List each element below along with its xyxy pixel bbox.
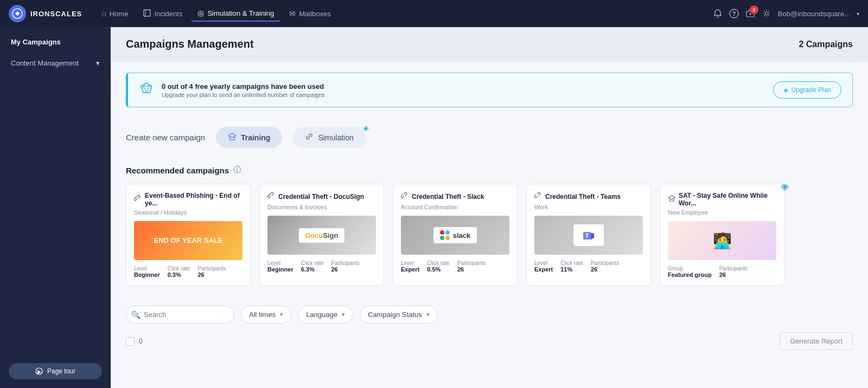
svg-text:▶: ▶	[37, 369, 41, 374]
card-stat-level: Level Beginner	[267, 260, 293, 273]
card-title: Event-Based Phishing - End of ye...	[145, 192, 242, 207]
banner-text: 0 out of 4 free yearly campaigns have be…	[162, 82, 325, 98]
sidebar-bottom: ▶ Page tour	[0, 354, 111, 388]
card-image-teams: T	[534, 216, 643, 255]
search-icon: 🔍	[131, 311, 141, 319]
mailboxes-icon: ✉	[289, 9, 296, 18]
select-all-checkbox-wrap: 0	[126, 337, 143, 346]
nav-item-simulation-training[interactable]: ◎ Simulation & Training	[191, 5, 280, 22]
help-button[interactable]: ?	[729, 9, 739, 18]
notification-bell-button[interactable]	[713, 9, 723, 18]
settings-button[interactable]	[762, 9, 771, 18]
campaign-count: 2 Campaigns	[799, 40, 853, 49]
content-area: 0 out of 4 free yearly campaigns have be…	[111, 62, 868, 361]
card-subtitle: Documents & Invoices	[267, 204, 376, 210]
campaign-card-slack[interactable]: Credential Theft - Slack Account Confirm…	[393, 184, 518, 286]
top-navigation: IRONSCALES ⌂ Home Incidents ◎ Simulation…	[0, 0, 868, 27]
campaign-status-filter[interactable]: Campaign Status ▾	[360, 306, 438, 324]
user-chevron[interactable]: ▾	[857, 11, 859, 17]
svg-point-6	[749, 14, 751, 15]
card-stats: Group Featured group Participants 26	[668, 266, 776, 278]
logo-text: IRONSCALES	[30, 10, 82, 18]
link-card-icon	[267, 192, 275, 202]
language-filter[interactable]: Language ▾	[298, 306, 353, 324]
svg-text:?: ?	[732, 10, 736, 17]
main-layout: My Campaigns Content Management ▾ ▶ Page…	[0, 27, 868, 388]
nav-item-home[interactable]: ⌂ Home	[95, 6, 135, 21]
recommended-section-title: Recommended campaigns ⓘ	[126, 165, 853, 175]
home-icon: ⌂	[101, 9, 106, 18]
card-title: Credential Theft - Slack	[412, 193, 484, 201]
nav-item-incidents[interactable]: Incidents	[137, 6, 189, 22]
card-title: SAT - Stay Safe Online While Wor...	[679, 192, 776, 207]
campaign-card-teams[interactable]: Credential Theft - Teams Work T	[526, 184, 651, 286]
nav-item-mailboxes[interactable]: ✉ Mailboxes	[283, 6, 337, 21]
page-header: Campaigns Management 2 Campaigns	[111, 27, 868, 62]
campaign-card-docusign[interactable]: Credential Theft - DocuSign Documents & …	[259, 184, 384, 286]
card-header: Event-Based Phishing - End of ye...	[134, 192, 242, 207]
page-tour-button[interactable]: ▶ Page tour	[9, 363, 102, 379]
all-times-filter[interactable]: All times ▾	[241, 306, 291, 324]
link-card-icon-teams	[534, 192, 542, 202]
card-stat-participants: Participants 26	[331, 260, 359, 273]
campaign-card-sat-wrapper: SAT - Stay Safe Online While Wor... New …	[660, 184, 784, 286]
banner-left: 0 out of 4 free yearly campaigns have be…	[139, 81, 325, 99]
card-stats: Level Expert Click rate 0.5% Participant…	[401, 260, 509, 273]
banner-main-text: 0 out of 4 free yearly campaigns have be…	[162, 82, 325, 90]
premium-diamond-icon: ◈	[363, 124, 369, 132]
svg-point-7	[765, 12, 768, 15]
card-stats: Level Beginner Click rate 6.3% Participa…	[267, 260, 376, 273]
card-stat-participants: Participants 26	[719, 266, 748, 278]
card-subtitle: Work	[534, 204, 643, 210]
count-badge: 0	[139, 338, 143, 345]
sidebar-item-my-campaigns[interactable]: My Campaigns	[0, 31, 111, 53]
card-stat-level: Level Expert	[401, 260, 419, 273]
app-logo[interactable]: IRONSCALES	[9, 5, 82, 22]
create-campaign-section: Create new campaign Training	[126, 122, 853, 148]
recommended-campaigns-grid: Event-Based Phishing - End of ye... Seas…	[126, 184, 853, 290]
generate-report-button[interactable]: Generate Report	[780, 332, 853, 350]
card-stat-participants: Participants 26	[197, 266, 226, 278]
card-stats: Level Beginner Click rate 0.3% Participa…	[134, 266, 242, 278]
card-stats: Level Expert Click rate 11% Participants…	[534, 260, 643, 273]
card-header: Credential Theft - Slack	[401, 192, 509, 202]
card-header: Credential Theft - Teams	[534, 192, 643, 202]
simulation-icon: ◎	[197, 9, 204, 17]
graduation-icon	[228, 132, 237, 143]
logo-icon	[9, 5, 26, 22]
upgrade-plan-button[interactable]: ◈ Upgrade Plan	[773, 81, 841, 99]
create-campaign-label: Create new campaign	[126, 133, 205, 142]
search-input[interactable]	[126, 306, 234, 324]
training-campaign-button[interactable]: Training	[216, 127, 282, 148]
chevron-down-icon: ▾	[342, 311, 345, 318]
select-all-checkbox[interactable]	[126, 337, 135, 346]
chevron-down-icon: ▾	[96, 59, 100, 67]
campaign-card-sat[interactable]: SAT - Stay Safe Online While Wor... New …	[660, 184, 784, 286]
notifications-settings-button[interactable]: 3	[745, 9, 755, 18]
link-card-icon-slack	[401, 192, 409, 202]
filters-row: 🔍 All times ▾ Language ▾ Campaign Status…	[126, 303, 853, 324]
card-subtitle: New Employee	[668, 209, 776, 216]
banner-sub-text: Upgrade your plan to send an unlimited n…	[162, 92, 325, 98]
link-chain-icon	[305, 132, 314, 143]
card-stat-clickrate: Click rate 6.3%	[301, 260, 324, 273]
card-subtitle: Seasonal / Holidays	[134, 209, 242, 216]
sidebar-item-content-management[interactable]: Content Management ▾	[0, 53, 111, 74]
card-title: Credential Theft - DocuSign	[278, 193, 364, 201]
svg-text:T: T	[585, 233, 589, 239]
card-stat-clickrate: Click rate 0.5%	[427, 260, 450, 273]
card-stat-group: Group Featured group	[668, 266, 712, 278]
nav-items: ⌂ Home Incidents ◎ Simulation & Training…	[95, 5, 709, 22]
card-stat-level: Level Beginner	[134, 266, 160, 278]
card-subtitle: Account Confirmation	[401, 204, 509, 210]
simulation-campaign-button[interactable]: Simulation	[293, 127, 365, 148]
info-icon[interactable]: ⓘ	[233, 165, 241, 175]
card-stat-level: Level Expert	[534, 260, 553, 273]
bottom-row: 0 Generate Report	[126, 332, 853, 350]
user-label[interactable]: Bob@inboundsquare...	[778, 10, 850, 18]
sidebar: My Campaigns Content Management ▾ ▶ Page…	[0, 27, 111, 388]
card-header: Credential Theft - DocuSign	[267, 192, 376, 202]
premium-card-diamond-icon: ◈	[781, 184, 789, 192]
card-stat-participants: Participants 26	[591, 260, 619, 273]
campaign-card-event-phishing[interactable]: Event-Based Phishing - End of ye... Seas…	[126, 184, 251, 286]
